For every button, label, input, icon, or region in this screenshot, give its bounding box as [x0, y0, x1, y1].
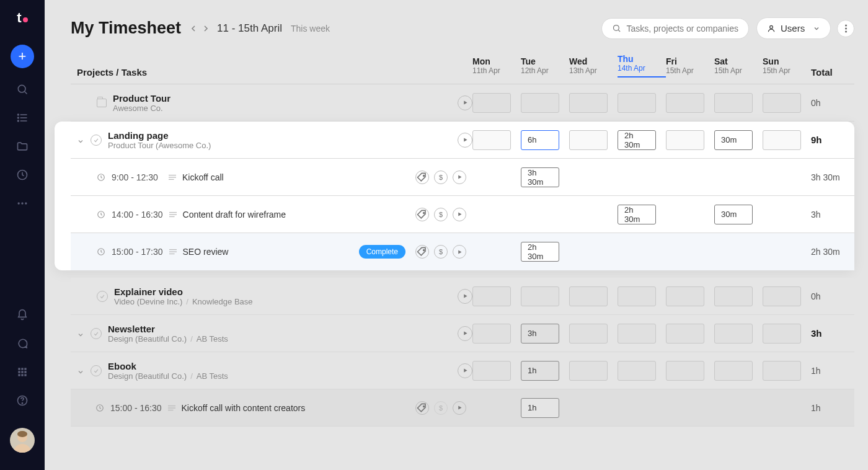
- chevron-down-icon[interactable]: [77, 136, 84, 144]
- play-button[interactable]: [453, 401, 466, 415]
- time-cell[interactable]: 1h: [521, 361, 559, 381]
- search-icon: [612, 24, 621, 33]
- time-cell[interactable]: [666, 324, 704, 344]
- project-sub: Awesome Co.: [113, 104, 170, 113]
- time-cell[interactable]: [714, 93, 753, 113]
- time-cell[interactable]: [472, 286, 511, 306]
- next-arrow[interactable]: [201, 24, 211, 33]
- time-cell[interactable]: [763, 286, 801, 306]
- time-cell[interactable]: [714, 286, 753, 306]
- play-button[interactable]: [453, 245, 466, 259]
- play-button[interactable]: [458, 363, 472, 378]
- task-name: Landing page: [108, 130, 211, 141]
- time-cell[interactable]: [666, 361, 704, 381]
- check-icon[interactable]: [97, 291, 108, 302]
- time-cell[interactable]: [666, 130, 704, 150]
- help-icon[interactable]: [16, 394, 29, 407]
- folder-icon[interactable]: [16, 140, 29, 153]
- time-cell[interactable]: [521, 286, 559, 306]
- time-cell[interactable]: [763, 361, 801, 381]
- play-button[interactable]: [458, 133, 472, 148]
- time-cell[interactable]: [569, 93, 608, 113]
- time-cell[interactable]: [569, 286, 608, 306]
- billable-button[interactable]: $: [434, 208, 448, 221]
- time-cell[interactable]: [521, 93, 559, 113]
- this-week-label: This week: [291, 24, 330, 33]
- tag-button[interactable]: [415, 208, 429, 221]
- clock-icon: [97, 210, 105, 219]
- lines-icon: [169, 211, 177, 218]
- billable-button[interactable]: $: [434, 245, 448, 259]
- chevron-down-icon[interactable]: [77, 367, 84, 375]
- search-icon[interactable]: [16, 83, 29, 95]
- time-cell[interactable]: [618, 286, 656, 306]
- time-cell[interactable]: [714, 361, 753, 381]
- check-icon[interactable]: [91, 135, 102, 146]
- add-button[interactable]: +: [11, 45, 34, 68]
- search-input[interactable]: Tasks, projects or companies: [601, 18, 749, 39]
- tag-button[interactable]: [415, 245, 429, 259]
- play-button[interactable]: [458, 289, 472, 304]
- time-cell[interactable]: [763, 130, 801, 150]
- check-icon[interactable]: [91, 365, 102, 376]
- svg-marker-31: [464, 101, 467, 105]
- subrow-kickoff-creators: 15:00 - 16:30 Kickoff call with content …: [71, 389, 854, 427]
- time-cell[interactable]: [569, 130, 608, 150]
- prev-arrow[interactable]: [188, 24, 198, 33]
- time-cell[interactable]: [618, 93, 656, 113]
- task-name: Explainer video: [114, 286, 253, 297]
- table-header: Projects / Tasks Mon11th Apr Tue12th Apr…: [71, 54, 854, 84]
- time-cell[interactable]: [763, 93, 801, 113]
- time-cell[interactable]: [618, 361, 656, 381]
- time-cell[interactable]: 30m: [714, 205, 753, 224]
- time-cell[interactable]: 1h: [521, 398, 559, 418]
- time-cell[interactable]: [714, 324, 753, 344]
- subtask-name: Kickoff call with content creators: [182, 403, 306, 413]
- play-button[interactable]: [458, 95, 472, 110]
- chevron-down-icon[interactable]: [77, 330, 84, 337]
- time-cell[interactable]: [763, 324, 801, 344]
- time-cell[interactable]: 3h 30m: [521, 167, 559, 187]
- svg-point-10: [21, 202, 23, 204]
- time-cell[interactable]: 6h: [521, 130, 559, 150]
- svg-point-25: [614, 25, 619, 31]
- time-cell[interactable]: [472, 93, 511, 113]
- play-button[interactable]: [458, 326, 472, 341]
- play-button[interactable]: [453, 208, 466, 221]
- billable-button[interactable]: $: [434, 401, 448, 415]
- svg-point-49: [423, 250, 425, 251]
- time-cell[interactable]: 2h 30m: [521, 242, 559, 262]
- check-icon[interactable]: [91, 328, 102, 339]
- user-avatar[interactable]: [10, 428, 35, 453]
- bell-icon[interactable]: [16, 309, 29, 321]
- tag-button[interactable]: [415, 401, 429, 415]
- time-cell[interactable]: 2h 30m: [618, 205, 656, 224]
- more-icon[interactable]: [16, 197, 29, 210]
- clock-icon[interactable]: [16, 169, 29, 181]
- grid-icon[interactable]: [16, 366, 29, 378]
- tag-button[interactable]: [415, 171, 429, 184]
- chat-icon[interactable]: [16, 337, 29, 350]
- time-cell[interactable]: [666, 286, 704, 306]
- billable-button[interactable]: $: [434, 171, 448, 184]
- time-cell[interactable]: 30m: [714, 130, 753, 150]
- time-cell[interactable]: [569, 361, 608, 381]
- users-dropdown[interactable]: Users: [756, 17, 831, 39]
- more-menu[interactable]: [837, 20, 854, 37]
- time-cell[interactable]: 3h: [521, 324, 559, 344]
- time-cell[interactable]: [472, 130, 511, 150]
- time-cell[interactable]: [472, 324, 511, 344]
- time-cell[interactable]: 2h 30m: [618, 130, 656, 150]
- page-header: My Timesheet 11 - 15th April This week T…: [71, 17, 854, 39]
- time-range: 15:00 - 17:30: [112, 247, 163, 257]
- row-total: 1h: [811, 366, 854, 376]
- time-cell[interactable]: [618, 324, 656, 344]
- time-cell[interactable]: [472, 361, 511, 381]
- time-cell[interactable]: [569, 324, 608, 344]
- svg-rect-14: [24, 368, 26, 370]
- list-icon[interactable]: [16, 112, 29, 124]
- time-cell[interactable]: [666, 93, 704, 113]
- page-title: My Timesheet: [71, 19, 181, 38]
- lines-icon: [169, 248, 177, 255]
- play-button[interactable]: [453, 171, 466, 184]
